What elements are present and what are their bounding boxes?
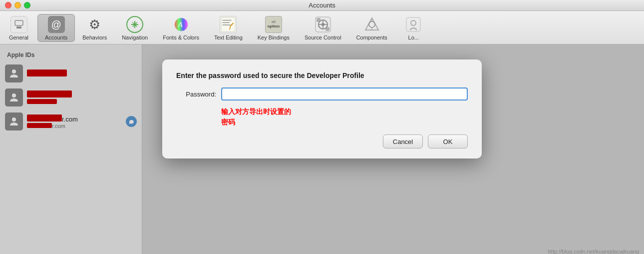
accounts-icon: @ — [47, 16, 65, 34]
svg-point-22 — [369, 22, 375, 28]
main-content: Apple IDs — [0, 44, 644, 254]
source-control-icon — [314, 16, 332, 34]
window-controls[interactable] — [5, 2, 30, 8]
general-label: General — [9, 34, 28, 40]
text-editing-icon — [219, 16, 237, 34]
toolbar: General @ Accounts ⚙ Behaviors Navigatio… — [0, 11, 644, 44]
fonts-colors-icon: A — [172, 16, 190, 34]
text-editing-label: Text Editing — [214, 34, 243, 40]
svg-rect-0 — [15, 20, 23, 26]
accounts-label: Accounts — [45, 34, 67, 40]
svg-point-26 — [411, 20, 416, 26]
annotation-text: 输入对方导出时设置的 密码 — [221, 106, 468, 128]
minimize-button[interactable] — [14, 2, 21, 8]
svg-rect-19 — [317, 18, 321, 22]
title-bar: Accounts — [0, 0, 644, 11]
svg-rect-25 — [406, 18, 420, 32]
toolbar-item-components[interactable]: Components — [348, 14, 394, 42]
svg-point-18 — [322, 23, 324, 26]
toolbar-item-navigation[interactable]: Navigation — [114, 14, 155, 42]
toolbar-item-behaviors[interactable]: ⚙ Behaviors — [75, 14, 114, 42]
locations-icon — [404, 16, 422, 34]
close-button[interactable] — [5, 2, 11, 8]
general-icon — [10, 16, 28, 34]
toolbar-item-accounts[interactable]: @ Accounts — [37, 14, 75, 42]
toolbar-item-general[interactable]: General — [0, 14, 37, 42]
key-bindings-label: Key Bindings — [258, 34, 290, 40]
key-bindings-icon: alt option — [265, 16, 283, 34]
svg-rect-8 — [221, 18, 235, 32]
dialog-overlay: Enter the password used to secure the De… — [0, 44, 644, 254]
locations-label: Lo... — [408, 34, 419, 40]
dialog-buttons: Cancel OK — [176, 134, 468, 148]
svg-text:A: A — [177, 20, 183, 28]
ok-button[interactable]: OK — [428, 134, 468, 148]
window-title: Accounts — [309, 2, 335, 9]
navigation-label: Navigation — [122, 34, 148, 40]
behaviors-label: Behaviors — [82, 34, 107, 40]
components-label: Components — [356, 34, 387, 40]
toolbar-item-locations[interactable]: Lo... — [395, 14, 432, 42]
svg-rect-20 — [325, 27, 329, 31]
behaviors-icon: ⚙ — [86, 16, 104, 34]
source-control-label: Source Control — [305, 34, 341, 40]
cancel-button[interactable]: Cancel — [383, 134, 423, 148]
fonts-colors-label: Fonts & Colors — [163, 34, 199, 40]
toolbar-item-key-bindings[interactable]: alt option Key Bindings — [250, 14, 297, 42]
toolbar-item-fonts-colors[interactable]: A Fonts & Colors — [155, 14, 207, 42]
password-row: Password: — [176, 88, 468, 100]
toolbar-item-source-control[interactable]: Source Control — [297, 14, 348, 42]
navigation-icon — [126, 16, 144, 34]
components-icon — [363, 16, 381, 34]
toolbar-item-text-editing[interactable]: Text Editing — [207, 14, 250, 42]
dialog-title: Enter the password used to secure the De… — [176, 72, 468, 80]
svg-rect-1 — [16, 26, 21, 28]
password-dialog: Enter the password used to secure the De… — [162, 60, 482, 158]
maximize-button[interactable] — [24, 2, 30, 8]
password-label: Password: — [176, 90, 216, 98]
password-input[interactable] — [221, 88, 468, 100]
